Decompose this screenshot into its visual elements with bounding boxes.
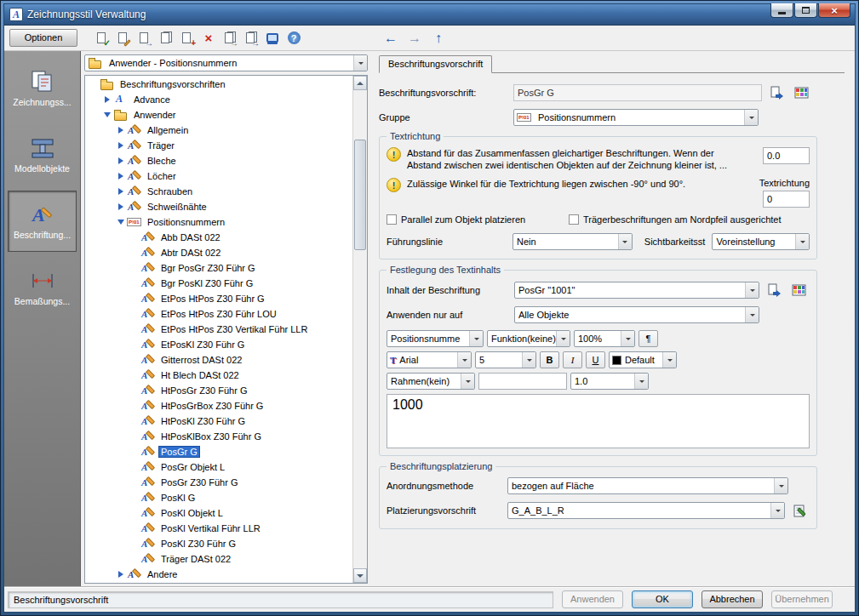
expander-icon[interactable] — [129, 523, 140, 533]
delete-button[interactable]: × — [199, 29, 218, 48]
chevron-down-icon[interactable] — [795, 234, 809, 249]
uebernehmen-button[interactable]: Übernehmen — [771, 590, 833, 608]
tree-item[interactable]: HtPosGr Z30 Führ G — [85, 383, 352, 398]
tree-item[interactable]: Abtr DASt 022 — [85, 245, 352, 260]
tree-item[interactable]: Andere — [85, 567, 352, 582]
expander-icon[interactable] — [129, 294, 140, 304]
paste-button[interactable]: + — [178, 29, 197, 48]
tree-item[interactable]: Bleche — [85, 153, 352, 168]
expander-icon[interactable] — [129, 508, 140, 518]
options-button[interactable]: Optionen — [9, 29, 77, 47]
frame-text-field[interactable] — [478, 373, 567, 390]
method-select[interactable]: bezogen auf Fläche — [507, 477, 788, 494]
expander-icon[interactable] — [129, 309, 140, 319]
tree-item[interactable]: PosKl Z30 Führ G — [85, 536, 352, 551]
leader-select[interactable]: Nein — [513, 233, 633, 250]
expander-icon[interactable] — [129, 385, 140, 396]
tree-item[interactable]: HtPosKl Z30 Führ G — [85, 414, 352, 429]
tree-item[interactable]: Löcher — [85, 168, 352, 184]
expander-icon[interactable] — [129, 324, 140, 334]
style-table-button[interactable] — [791, 83, 811, 102]
scale-select[interactable]: 100% — [574, 330, 635, 347]
chevron-down-icon[interactable] — [745, 282, 759, 298]
scrollbar-thumb[interactable] — [354, 140, 366, 250]
chevron-down-icon[interactable] — [662, 352, 676, 368]
tree-item[interactable]: Gitterrost DASt 022 — [85, 352, 352, 368]
frame-select[interactable]: Rahmen(kein) — [387, 373, 475, 390]
tree-item[interactable]: HtPosGrBox Z30 Führ G — [85, 398, 352, 414]
scrollbar-track[interactable] — [353, 90, 367, 568]
scroll-up-button[interactable] — [353, 76, 367, 90]
expander-icon[interactable] — [129, 370, 140, 380]
expander-icon[interactable] — [129, 278, 140, 288]
tree-item[interactable]: EtPosKl Z30 Führ G — [85, 337, 352, 352]
expander-icon[interactable] — [116, 569, 126, 579]
tree-item[interactable]: Träger DASt 022 — [85, 551, 352, 567]
chevron-down-icon[interactable] — [457, 352, 471, 368]
copy-style-button[interactable]: → — [135, 29, 154, 48]
sidebar-item-zeichnungsstile[interactable]: Zeichnungss... — [8, 58, 77, 119]
tree-item[interactable]: PosKl Objekt L — [85, 505, 352, 521]
tree-item[interactable]: Advance — [85, 92, 352, 107]
expander-icon[interactable] — [116, 202, 126, 212]
tree-item[interactable]: PosKl Vertikal Führ LLR — [85, 521, 352, 536]
chevron-down-icon[interactable] — [621, 331, 634, 346]
tree-item[interactable]: EtPos HtPos Z30 Vertikal Führ LLR — [85, 322, 352, 337]
abbrechen-button[interactable]: Abbrechen — [702, 590, 763, 608]
bold-button[interactable]: B — [540, 351, 559, 368]
group-select[interactable]: Positionsnummern — [513, 109, 759, 126]
tree-item[interactable]: PosKl G — [85, 490, 352, 505]
import-style-button[interactable]: → — [220, 29, 239, 48]
tree-item[interactable]: PosGr G — [85, 444, 352, 459]
spacing-select[interactable]: 1.0 — [570, 373, 649, 390]
parallel-checkbox[interactable]: Parallel zum Objekt platzieren — [387, 214, 557, 225]
color-select[interactable]: Default — [609, 351, 677, 368]
expander-icon[interactable] — [129, 493, 140, 503]
preview-button[interactable] — [263, 29, 282, 48]
text-preview[interactable]: 1000 — [387, 394, 810, 448]
font-select[interactable]: T Arial — [387, 351, 472, 368]
tree-item[interactable]: Träger — [85, 138, 352, 153]
scroll-down-button[interactable] — [353, 568, 367, 583]
rule-select[interactable]: G_A_B_L_R — [507, 502, 785, 519]
tree-item[interactable]: Schweißnähte — [85, 199, 352, 214]
distance-field[interactable]: 0.0 — [763, 147, 810, 164]
expander-icon[interactable] — [116, 217, 126, 227]
anwenden-button[interactable]: Anwenden — [562, 590, 623, 608]
style-filter-select[interactable]: Anwender - Positionsnummern — [84, 54, 368, 71]
expander-icon[interactable] — [129, 539, 140, 549]
chevron-down-icon[interactable] — [461, 374, 474, 389]
sidebar-item-bemassung[interactable]: Bemaßungs... — [8, 257, 77, 318]
expander-icon[interactable] — [102, 110, 112, 120]
expander-icon[interactable] — [116, 125, 126, 135]
style-name-field[interactable]: PosGr G — [513, 84, 762, 101]
function-select[interactable]: Funktion(keine) — [487, 330, 570, 347]
expander-icon[interactable] — [116, 140, 126, 151]
export-style-button[interactable]: → — [242, 29, 261, 48]
expander-icon[interactable] — [129, 401, 140, 411]
tree-item[interactable]: Bgr PosKl Z30 Führ G — [85, 276, 352, 291]
chevron-down-icon[interactable] — [353, 55, 367, 71]
help-button[interactable]: ? — [284, 29, 303, 48]
export-style-button[interactable] — [766, 83, 787, 102]
edit-style-button[interactable] — [114, 29, 133, 48]
expander-icon[interactable] — [129, 447, 140, 457]
content-select[interactable]: PosGr "1001" — [514, 282, 759, 299]
tree-item[interactable]: EtPos HtPos Z30 Führ G — [85, 291, 352, 306]
sidebar-item-beschriftung[interactable]: A Beschriftung... — [8, 191, 77, 252]
titlebar[interactable]: A Zeichnungsstil Verwaltung × — [4, 4, 855, 26]
tree-item[interactable]: Abb DASt 022 — [85, 230, 352, 245]
tree-item[interactable]: Beschriftungsvorschriften — [85, 77, 352, 92]
minimize-button[interactable] — [770, 3, 793, 18]
chevron-down-icon[interactable] — [522, 352, 535, 368]
tree-item[interactable]: HtPosKlBox Z30 Führ G — [85, 429, 352, 444]
expander-icon[interactable] — [129, 462, 140, 472]
expander-icon[interactable] — [129, 431, 140, 442]
expander-icon[interactable] — [129, 355, 140, 365]
tree-item[interactable]: Anwender — [85, 107, 352, 123]
expander-icon[interactable] — [129, 263, 140, 273]
tab-beschriftungsvorschrift[interactable]: Beschriftungsvorschrift — [379, 55, 492, 73]
expander-icon[interactable] — [116, 171, 126, 181]
chevron-down-icon[interactable] — [618, 234, 632, 249]
expander-icon[interactable] — [116, 186, 126, 197]
